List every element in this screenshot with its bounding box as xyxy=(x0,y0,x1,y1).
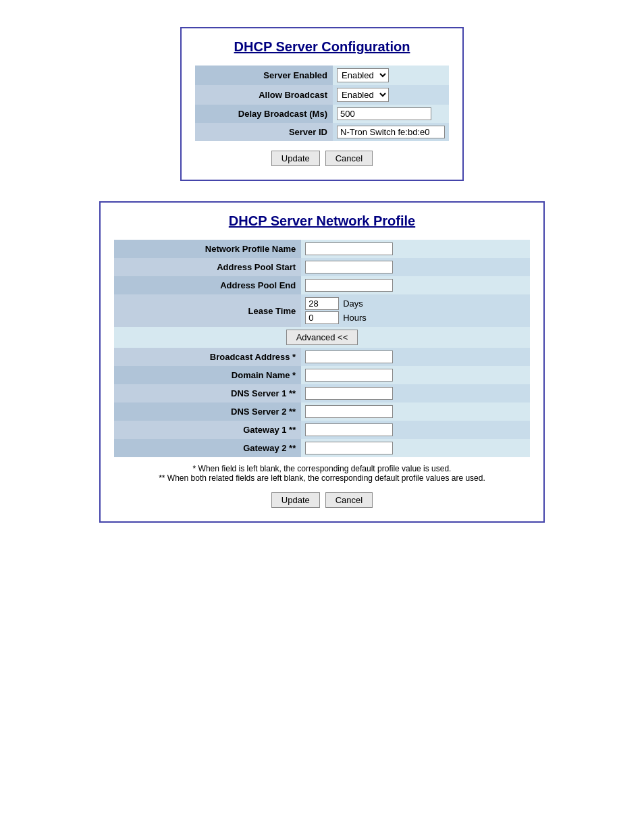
pool-start-input[interactable] xyxy=(305,261,393,273)
table-row: Lease Time Days Hours xyxy=(114,294,530,327)
gateway1-input[interactable] xyxy=(305,423,393,436)
allow-broadcast-select[interactable]: Enabled Disabled xyxy=(337,88,389,102)
dns2-input[interactable] xyxy=(305,405,393,418)
lease-days-line: Days xyxy=(305,297,526,310)
table-row: Broadcast Address * xyxy=(114,348,530,366)
page-wrapper: DHCP Server Configuration Server Enabled… xyxy=(14,27,630,523)
dns1-input[interactable] xyxy=(305,387,393,400)
config-button-row: Update Cancel xyxy=(195,151,449,166)
server-enabled-cell: Enabled Disabled xyxy=(333,66,449,85)
pool-end-input[interactable] xyxy=(305,279,393,292)
profile-form-table: Network Profile Name Address Pool Start … xyxy=(114,240,530,457)
profile-name-cell xyxy=(301,240,530,258)
server-enabled-label: Server Enabled xyxy=(195,66,333,85)
profile-update-button[interactable]: Update xyxy=(271,492,320,508)
pool-start-cell xyxy=(301,258,530,276)
days-label: Days xyxy=(343,298,363,309)
dns1-cell xyxy=(301,384,530,402)
lease-row-inner: Days Hours xyxy=(305,297,526,324)
domain-name-input[interactable] xyxy=(305,369,393,382)
server-id-cell xyxy=(333,123,449,141)
allow-broadcast-cell: Enabled Disabled xyxy=(333,85,449,105)
server-enabled-select[interactable]: Enabled Disabled xyxy=(337,68,389,82)
gateway1-label: Gateway 1 ** xyxy=(114,421,301,439)
broadcast-addr-cell xyxy=(301,348,530,366)
delay-broadcast-cell xyxy=(333,105,449,123)
table-row: Gateway 1 ** xyxy=(114,421,530,439)
footnote1: * When field is left blank, the correspo… xyxy=(114,464,530,473)
server-id-input[interactable] xyxy=(337,126,445,138)
pool-start-label: Address Pool Start xyxy=(114,258,301,276)
config-cancel-button[interactable]: Cancel xyxy=(325,151,373,166)
server-id-label: Server ID xyxy=(195,123,333,141)
advanced-cell: Advanced << xyxy=(114,327,530,348)
table-row: Allow Broadcast Enabled Disabled xyxy=(195,85,449,105)
gateway2-label: Gateway 2 ** xyxy=(114,439,301,457)
config-panel: DHCP Server Configuration Server Enabled… xyxy=(180,27,464,181)
lease-time-label: Lease Time xyxy=(114,294,301,327)
profile-title: DHCP Server Network Profile xyxy=(114,213,530,229)
config-title: DHCP Server Configuration xyxy=(195,39,449,55)
delay-broadcast-label: Delay Broadcast (Ms) xyxy=(195,105,333,123)
profile-name-label: Network Profile Name xyxy=(114,240,301,258)
broadcast-addr-label: Broadcast Address * xyxy=(114,348,301,366)
table-row: Address Pool Start xyxy=(114,258,530,276)
lease-hours-line: Hours xyxy=(305,311,526,324)
hours-label: Hours xyxy=(343,313,367,323)
dns2-cell xyxy=(301,402,530,421)
gateway2-input[interactable] xyxy=(305,442,393,454)
gateway2-cell xyxy=(301,439,530,457)
allow-broadcast-label: Allow Broadcast xyxy=(195,85,333,105)
profile-cancel-button[interactable]: Cancel xyxy=(325,492,373,508)
profile-button-row: Update Cancel xyxy=(114,492,530,508)
profile-panel: DHCP Server Network Profile Network Prof… xyxy=(99,201,545,523)
lease-days-input[interactable] xyxy=(305,297,339,310)
domain-name-cell xyxy=(301,366,530,384)
advanced-button[interactable]: Advanced << xyxy=(286,330,358,345)
profile-name-input[interactable] xyxy=(305,242,393,255)
footnote2: ** When both related fields are left bla… xyxy=(114,473,530,483)
dns2-label: DNS Server 2 ** xyxy=(114,402,301,421)
lease-hours-input[interactable] xyxy=(305,311,339,324)
advanced-row: Advanced << xyxy=(114,327,530,348)
broadcast-addr-input[interactable] xyxy=(305,350,393,363)
table-row: Server ID xyxy=(195,123,449,141)
config-update-button[interactable]: Update xyxy=(271,151,320,166)
dns1-label: DNS Server 1 ** xyxy=(114,384,301,402)
footnote-area: * When field is left blank, the correspo… xyxy=(114,464,530,483)
delay-broadcast-input[interactable] xyxy=(337,107,431,120)
pool-end-label: Address Pool End xyxy=(114,276,301,294)
table-row: Gateway 2 ** xyxy=(114,439,530,457)
config-form-table: Server Enabled Enabled Disabled Allow Br… xyxy=(195,66,449,141)
lease-time-cell: Days Hours xyxy=(301,294,530,327)
pool-end-cell xyxy=(301,276,530,294)
table-row: Domain Name * xyxy=(114,366,530,384)
table-row: Address Pool End xyxy=(114,276,530,294)
table-row: Network Profile Name xyxy=(114,240,530,258)
domain-name-label: Domain Name * xyxy=(114,366,301,384)
table-row: DNS Server 1 ** xyxy=(114,384,530,402)
table-row: Server Enabled Enabled Disabled xyxy=(195,66,449,85)
table-row: DNS Server 2 ** xyxy=(114,402,530,421)
gateway1-cell xyxy=(301,421,530,439)
table-row: Delay Broadcast (Ms) xyxy=(195,105,449,123)
